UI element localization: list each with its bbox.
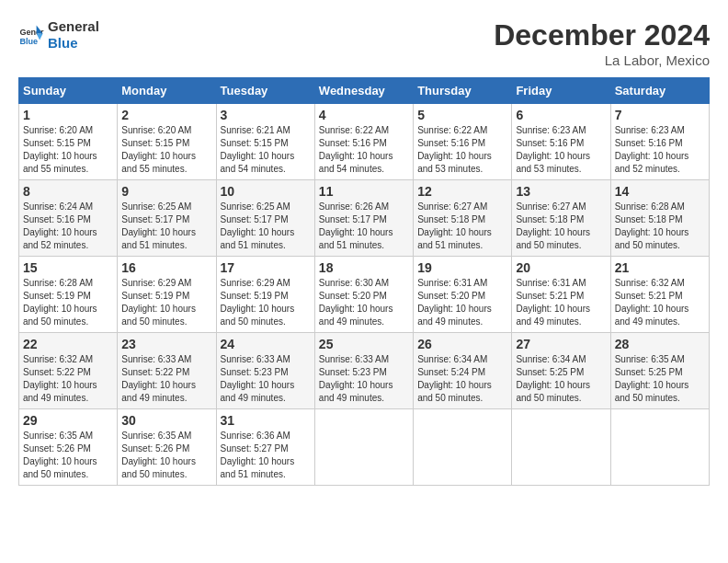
calendar-week-row: 8Sunrise: 6:24 AM Sunset: 5:16 PM Daylig…	[19, 180, 710, 257]
calendar-cell	[414, 409, 512, 486]
page-header: General Blue General Blue December 2024 …	[18, 18, 710, 68]
day-info: Sunrise: 6:31 AM Sunset: 5:21 PM Dayligh…	[516, 277, 606, 328]
calendar-cell: 17Sunrise: 6:29 AM Sunset: 5:19 PM Dayli…	[216, 257, 314, 333]
logo-line1: General	[48, 18, 99, 35]
calendar-cell: 5Sunrise: 6:22 AM Sunset: 5:16 PM Daylig…	[414, 104, 512, 180]
day-info: Sunrise: 6:28 AM Sunset: 5:18 PM Dayligh…	[615, 201, 705, 252]
day-number: 17	[221, 260, 311, 275]
logo-line2: Blue	[48, 35, 99, 52]
calendar-cell: 15Sunrise: 6:28 AM Sunset: 5:19 PM Dayli…	[19, 257, 118, 333]
calendar-week-row: 29Sunrise: 6:35 AM Sunset: 5:26 PM Dayli…	[19, 409, 710, 486]
logo: General Blue General Blue	[18, 18, 99, 52]
calendar-cell: 31Sunrise: 6:36 AM Sunset: 5:27 PM Dayli…	[216, 409, 314, 486]
svg-text:Blue: Blue	[19, 37, 38, 46]
calendar-cell: 13Sunrise: 6:27 AM Sunset: 5:18 PM Dayli…	[512, 180, 610, 257]
calendar-cell: 7Sunrise: 6:23 AM Sunset: 5:16 PM Daylig…	[610, 104, 709, 180]
day-info: Sunrise: 6:27 AM Sunset: 5:18 PM Dayligh…	[516, 201, 606, 252]
day-number: 30	[121, 413, 211, 428]
calendar-cell: 11Sunrise: 6:26 AM Sunset: 5:17 PM Dayli…	[314, 180, 413, 257]
calendar-cell: 1Sunrise: 6:20 AM Sunset: 5:15 PM Daylig…	[19, 104, 118, 180]
day-info: Sunrise: 6:27 AM Sunset: 5:18 PM Dayligh…	[417, 201, 507, 252]
day-number: 11	[319, 184, 409, 199]
day-number: 25	[319, 337, 409, 351]
day-info: Sunrise: 6:30 AM Sunset: 5:20 PM Dayligh…	[319, 277, 409, 328]
day-number: 4	[319, 108, 409, 122]
day-info: Sunrise: 6:22 AM Sunset: 5:16 PM Dayligh…	[417, 124, 507, 176]
day-number: 31	[221, 413, 311, 428]
day-info: Sunrise: 6:32 AM Sunset: 5:22 PM Dayligh…	[23, 353, 113, 405]
calendar-cell: 22Sunrise: 6:32 AM Sunset: 5:22 PM Dayli…	[19, 333, 118, 409]
calendar-cell: 24Sunrise: 6:33 AM Sunset: 5:23 PM Dayli…	[216, 333, 314, 409]
day-info: Sunrise: 6:22 AM Sunset: 5:16 PM Dayligh…	[319, 124, 409, 176]
calendar-cell: 9Sunrise: 6:25 AM Sunset: 5:17 PM Daylig…	[118, 180, 216, 257]
day-number: 21	[615, 260, 705, 275]
calendar-cell	[610, 409, 709, 486]
day-info: Sunrise: 6:23 AM Sunset: 5:16 PM Dayligh…	[615, 124, 705, 176]
calendar-cell	[314, 409, 413, 486]
calendar-cell: 3Sunrise: 6:21 AM Sunset: 5:15 PM Daylig…	[216, 104, 314, 180]
calendar-cell: 23Sunrise: 6:33 AM Sunset: 5:22 PM Dayli…	[118, 333, 216, 409]
day-number: 24	[221, 337, 311, 351]
day-info: Sunrise: 6:28 AM Sunset: 5:19 PM Dayligh…	[23, 277, 113, 328]
day-number: 2	[121, 108, 211, 122]
calendar-cell: 26Sunrise: 6:34 AM Sunset: 5:24 PM Dayli…	[414, 333, 512, 409]
day-info: Sunrise: 6:29 AM Sunset: 5:19 PM Dayligh…	[221, 277, 311, 328]
calendar-cell: 30Sunrise: 6:35 AM Sunset: 5:26 PM Dayli…	[118, 409, 216, 486]
day-number: 1	[23, 108, 113, 122]
calendar-cell: 12Sunrise: 6:27 AM Sunset: 5:18 PM Dayli…	[414, 180, 512, 257]
day-number: 7	[615, 108, 705, 122]
logo-icon: General Blue	[18, 22, 44, 48]
day-number: 23	[121, 337, 211, 351]
day-info: Sunrise: 6:20 AM Sunset: 5:15 PM Dayligh…	[121, 124, 211, 176]
calendar-cell: 21Sunrise: 6:32 AM Sunset: 5:21 PM Dayli…	[610, 257, 709, 333]
calendar-cell: 16Sunrise: 6:29 AM Sunset: 5:19 PM Dayli…	[118, 257, 216, 333]
day-number: 29	[23, 413, 113, 428]
column-header-wednesday: Wednesday	[314, 78, 413, 104]
day-info: Sunrise: 6:33 AM Sunset: 5:23 PM Dayligh…	[319, 353, 409, 405]
month-title: December 2024	[494, 18, 710, 52]
day-number: 3	[221, 108, 311, 122]
calendar-header-row: SundayMondayTuesdayWednesdayThursdayFrid…	[19, 78, 710, 104]
column-header-friday: Friday	[512, 78, 610, 104]
day-number: 14	[615, 184, 705, 199]
day-number: 15	[23, 260, 113, 275]
day-info: Sunrise: 6:20 AM Sunset: 5:15 PM Dayligh…	[23, 124, 113, 176]
day-info: Sunrise: 6:23 AM Sunset: 5:16 PM Dayligh…	[516, 124, 606, 176]
day-number: 19	[417, 260, 507, 275]
day-number: 9	[121, 184, 211, 199]
calendar-cell: 19Sunrise: 6:31 AM Sunset: 5:20 PM Dayli…	[414, 257, 512, 333]
day-number: 16	[121, 260, 211, 275]
day-info: Sunrise: 6:24 AM Sunset: 5:16 PM Dayligh…	[23, 201, 113, 252]
day-info: Sunrise: 6:35 AM Sunset: 5:25 PM Dayligh…	[615, 353, 705, 405]
calendar-table: SundayMondayTuesdayWednesdayThursdayFrid…	[18, 77, 710, 486]
day-info: Sunrise: 6:32 AM Sunset: 5:21 PM Dayligh…	[615, 277, 705, 328]
column-header-thursday: Thursday	[414, 78, 512, 104]
day-number: 8	[23, 184, 113, 199]
day-info: Sunrise: 6:26 AM Sunset: 5:17 PM Dayligh…	[319, 201, 409, 252]
column-header-tuesday: Tuesday	[216, 78, 314, 104]
day-number: 27	[516, 337, 606, 351]
calendar-cell: 27Sunrise: 6:34 AM Sunset: 5:25 PM Dayli…	[512, 333, 610, 409]
day-info: Sunrise: 6:36 AM Sunset: 5:27 PM Dayligh…	[221, 430, 311, 481]
day-info: Sunrise: 6:33 AM Sunset: 5:22 PM Dayligh…	[121, 353, 211, 405]
day-number: 28	[615, 337, 705, 351]
day-info: Sunrise: 6:31 AM Sunset: 5:20 PM Dayligh…	[417, 277, 507, 328]
calendar-cell: 4Sunrise: 6:22 AM Sunset: 5:16 PM Daylig…	[314, 104, 413, 180]
day-number: 13	[516, 184, 606, 199]
calendar-cell: 29Sunrise: 6:35 AM Sunset: 5:26 PM Dayli…	[19, 409, 118, 486]
calendar-week-row: 22Sunrise: 6:32 AM Sunset: 5:22 PM Dayli…	[19, 333, 710, 409]
calendar-cell: 8Sunrise: 6:24 AM Sunset: 5:16 PM Daylig…	[19, 180, 118, 257]
day-info: Sunrise: 6:29 AM Sunset: 5:19 PM Dayligh…	[121, 277, 211, 328]
column-header-sunday: Sunday	[19, 78, 118, 104]
calendar-cell: 25Sunrise: 6:33 AM Sunset: 5:23 PM Dayli…	[314, 333, 413, 409]
calendar-cell: 2Sunrise: 6:20 AM Sunset: 5:15 PM Daylig…	[118, 104, 216, 180]
calendar-cell	[512, 409, 610, 486]
day-info: Sunrise: 6:34 AM Sunset: 5:24 PM Dayligh…	[417, 353, 507, 405]
day-number: 26	[417, 337, 507, 351]
day-info: Sunrise: 6:35 AM Sunset: 5:26 PM Dayligh…	[121, 430, 211, 481]
day-info: Sunrise: 6:25 AM Sunset: 5:17 PM Dayligh…	[121, 201, 211, 252]
calendar-week-row: 1Sunrise: 6:20 AM Sunset: 5:15 PM Daylig…	[19, 104, 710, 180]
day-info: Sunrise: 6:25 AM Sunset: 5:17 PM Dayligh…	[221, 201, 311, 252]
day-number: 5	[417, 108, 507, 122]
calendar-cell: 10Sunrise: 6:25 AM Sunset: 5:17 PM Dayli…	[216, 180, 314, 257]
